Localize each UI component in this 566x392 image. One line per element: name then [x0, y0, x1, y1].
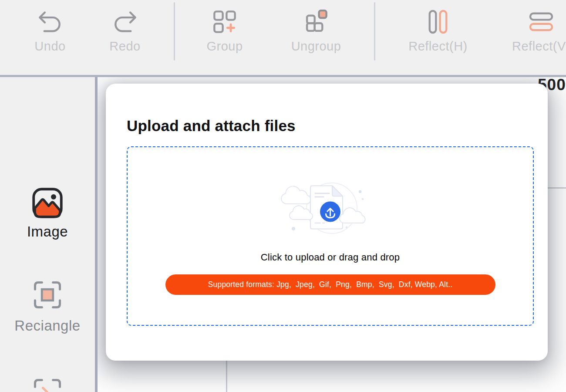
redo-label: Redo: [109, 39, 140, 54]
sidebar-item-image-label: Image: [27, 223, 68, 240]
group-label: Group: [206, 39, 243, 54]
top-toolbar: Undo Redo Group: [0, 0, 566, 77]
upload-dropzone[interactable]: Click to upload or drag and drop Support…: [127, 146, 534, 326]
reflect-h-label: Reflect(H): [408, 39, 468, 54]
sidebar-item-image[interactable]: Image: [0, 185, 95, 240]
undo-button[interactable]: Undo: [9, 6, 91, 54]
dialog-title: Upload and attach files: [127, 117, 296, 135]
ungroup-icon: [302, 6, 330, 37]
left-sidebar: Image Reciangle: [0, 77, 98, 392]
sidebar-item-rectangle[interactable]: Reciangle: [0, 278, 95, 334]
supported-formats-badge: Supported formats: Jpg, Jpeg, Gif, Png, …: [165, 274, 495, 295]
toolbar-divider: [374, 2, 375, 61]
group-icon: [210, 6, 239, 37]
redo-button[interactable]: Redo: [84, 6, 166, 54]
upload-arrow-icon: [320, 202, 340, 222]
upload-cloud-illustration: [280, 176, 381, 243]
group-button[interactable]: Group: [183, 6, 266, 54]
undo-label: Undo: [34, 39, 65, 54]
ungroup-label: Ungroup: [291, 39, 341, 54]
sidebar-item-line[interactable]: Line: [0, 376, 95, 392]
upload-dialog: Upload and attach files: [106, 84, 548, 361]
reflect-v-label: Reflect(V): [512, 39, 566, 54]
sidebar-item-rectangle-label: Reciangle: [14, 318, 80, 334]
rectangle-icon: [31, 278, 64, 313]
upload-hint-text: Click to upload or drag and drop: [128, 252, 533, 263]
redo-icon: [111, 6, 139, 37]
undo-icon: [36, 6, 64, 37]
reflect-h-icon: [424, 6, 452, 37]
reflect-h-button[interactable]: Reflect(H): [397, 6, 479, 54]
reflect-v-button[interactable]: Reflect(V): [500, 6, 566, 54]
ungroup-button[interactable]: Ungroup: [275, 6, 357, 54]
line-icon: [31, 376, 64, 392]
toolbar-divider: [174, 2, 175, 61]
image-icon: [30, 185, 65, 223]
reflect-v-icon: [527, 6, 556, 37]
app-window: 500 Undo Redo: [0, 0, 566, 392]
